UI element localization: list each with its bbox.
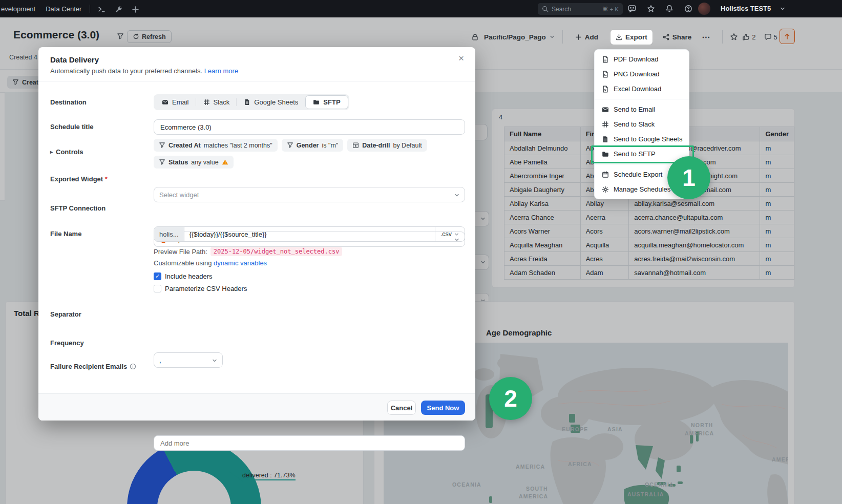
menu-item-label: Send to Google Sheets (614, 135, 682, 143)
menu-item-send-to-slack[interactable]: Send to Slack (595, 117, 689, 132)
include-headers-row[interactable]: ✓ Include headers (154, 272, 213, 280)
wrench-icon[interactable] (115, 6, 122, 13)
destination-tab-slack[interactable]: Slack (196, 95, 237, 109)
parameterize-headers-label: Parameterize CSV Headers (165, 285, 247, 292)
plus-icon[interactable] (132, 6, 139, 13)
search-icon (542, 6, 549, 12)
learn-more-link[interactable]: Learn more (204, 67, 238, 75)
dynamic-variables-link[interactable]: dynamic variables (214, 259, 267, 267)
menu-item-label: PDF Download (614, 55, 658, 63)
control-chip-created-at[interactable]: Created At matches "last 2 months" (154, 139, 278, 152)
nav-item-development[interactable]: evelopment (0, 5, 40, 13)
controls-label: Controls (56, 148, 83, 156)
menu-item-label: PNG Download (614, 70, 660, 78)
control-chip-status[interactable]: Status any value (154, 156, 234, 169)
file-name-group: holis... {{$today}}/{{$source_title}} .c… (154, 226, 465, 242)
funnel-icon (159, 159, 165, 165)
close-icon[interactable]: × (458, 53, 464, 63)
exported-widget-select[interactable]: Select widget (154, 187, 465, 202)
account-name[interactable]: Holistics TEST5 (721, 5, 771, 12)
menu-item-send-to-google-sheets[interactable]: Send to Google Sheets (595, 132, 689, 146)
separator-value: , (159, 356, 161, 364)
file-name-input[interactable]: {{$today}}/{{$source_title}} (184, 227, 435, 241)
search-shortcut: ⌘ + K (602, 6, 619, 13)
tutorial-step-2-badge: 2 (489, 377, 532, 420)
slack-icon (602, 121, 609, 128)
menu-item-label: Schedule Export (614, 171, 662, 178)
modal-title: Data Delivery (50, 55, 99, 64)
schedule-title-value[interactable] (159, 123, 459, 132)
top-navbar: evelopment Data Center Search ⌘ + K Holi… (0, 0, 842, 17)
sheet-icon (602, 136, 609, 143)
tutorial-step-1-badge: 1 (667, 156, 710, 199)
funnel-icon (159, 142, 165, 149)
date-drill-icon (352, 142, 359, 149)
menu-item-label: Excel Download (614, 85, 661, 93)
menu-item-send-to-email[interactable]: Send to Email (595, 102, 689, 117)
file-name-prefix: holis... (154, 227, 184, 241)
destination-tab-label: Slack (214, 98, 230, 106)
search-placeholder: Search (552, 6, 571, 13)
controls-toggle[interactable]: ▸ Controls (50, 148, 83, 156)
menu-divider (595, 99, 689, 99)
chevron-right-icon: ▸ (50, 149, 53, 155)
include-headers-checkbox[interactable]: ✓ (154, 272, 161, 280)
file-extension-value: .csv (440, 230, 452, 238)
nav-divider (90, 5, 90, 13)
mail-icon (162, 99, 169, 106)
menu-item-png-download[interactable]: PNG Download (595, 67, 689, 81)
mail-icon (602, 106, 609, 113)
chevron-down-icon[interactable] (780, 6, 786, 12)
preview-path-value: 2025-12-05/widget_not_selected.csv (210, 247, 343, 256)
screen: evelopment Data Center Search ⌘ + K Holi… (0, 0, 842, 504)
separator-select[interactable]: , (154, 352, 223, 368)
destination-tab-email[interactable]: Email (155, 95, 196, 109)
file-name-label: File Name (50, 230, 81, 238)
export-button[interactable]: Export (611, 30, 652, 45)
terminal-icon[interactable] (98, 6, 106, 13)
modal-subtitle-text: Automatically push data to your preferre… (50, 67, 202, 75)
destination-tab-sftp[interactable]: SFTP (305, 95, 348, 109)
failure-emails-value[interactable] (159, 439, 459, 448)
cancel-button[interactable]: Cancel (387, 401, 416, 415)
send-now-button[interactable]: Send Now (421, 401, 465, 415)
chevron-down-icon (454, 232, 459, 237)
menu-item-excel-download[interactable]: Excel Download (595, 81, 689, 96)
destination-label: Destination (50, 98, 87, 106)
parameterize-headers-row[interactable]: Parameterize CSV Headers (154, 285, 247, 292)
calendar-icon (602, 171, 609, 178)
divider (38, 81, 475, 81)
search-input[interactable]: Search ⌘ + K (538, 3, 623, 15)
chevron-down-icon (212, 358, 218, 364)
control-chip-gender[interactable]: Gender is "m" (282, 139, 344, 152)
data-delivery-modal: Data Delivery Automatically push data to… (38, 47, 475, 421)
failure-emails-input[interactable] (154, 435, 465, 451)
nav-item-data-center[interactable]: Data Center (40, 5, 87, 13)
schedule-title-input[interactable] (154, 119, 465, 135)
bell-icon[interactable] (665, 5, 673, 13)
destination-tab-label: Google Sheets (254, 98, 298, 106)
modal-footer: Cancel Send Now (38, 393, 475, 421)
control-chips: Created At matches "last 2 months"Gender… (154, 139, 481, 169)
funnel-icon (287, 142, 293, 149)
destination-tab-google-sheets[interactable]: Google Sheets (237, 95, 305, 109)
feedback-icon[interactable] (628, 5, 636, 13)
help-icon[interactable] (684, 5, 692, 13)
folder-icon (313, 99, 320, 106)
avatar[interactable] (698, 3, 710, 15)
menu-item-label: Send to Email (614, 106, 655, 113)
exported-widget-placeholder: Select widget (159, 191, 199, 199)
menu-item-pdf-download[interactable]: PDF Download (595, 52, 689, 67)
star-icon[interactable] (647, 5, 655, 13)
destination-tabs: EmailSlackGoogle SheetsSFTP (154, 94, 349, 110)
info-icon (130, 363, 136, 370)
gear-icon (602, 186, 609, 193)
file-extension-select[interactable]: .csv (435, 227, 465, 241)
control-chip-date-drill[interactable]: Date-drill by Default (347, 139, 427, 152)
warning-icon (222, 159, 228, 165)
export-label: Export (625, 33, 647, 41)
schedule-title-label: Schedule title (50, 123, 94, 131)
preview-label: Preview File Path: (154, 248, 207, 256)
parameterize-headers-checkbox[interactable] (154, 285, 161, 292)
sheet-icon (244, 99, 250, 106)
